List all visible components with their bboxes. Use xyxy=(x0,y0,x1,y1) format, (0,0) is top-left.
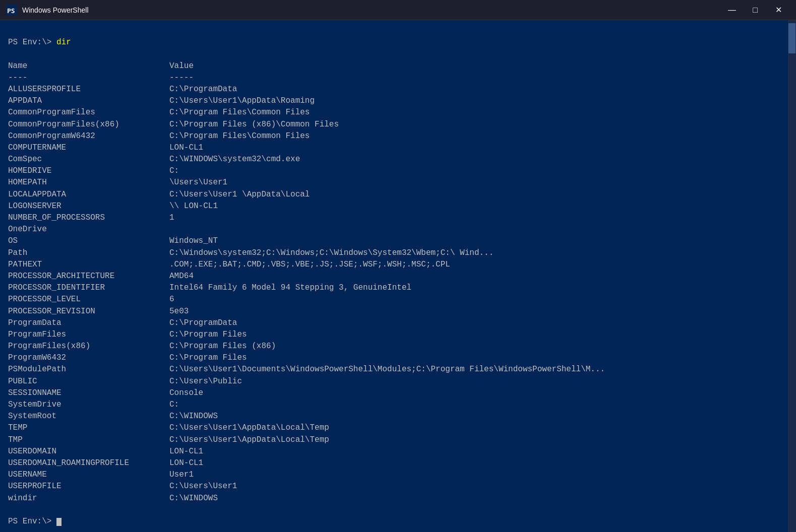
table-row: COMPUTERNAMELON-CL1 xyxy=(8,142,788,154)
window-title: Windows PowerShell xyxy=(22,6,720,14)
env-var-name: CommonProgramFiles(x86) xyxy=(8,119,169,130)
cursor xyxy=(56,518,62,526)
final-prompt-line: PS Env:\> xyxy=(8,516,788,527)
table-row: APPDATAC:\Users\User1\AppData\Roaming xyxy=(8,95,788,107)
maximize-button[interactable]: □ xyxy=(744,0,767,20)
env-var-value: .COM;.EXE;.BAT;.CMD;.VBS;.VBE;.JS;.JSE;.… xyxy=(169,259,450,271)
env-var-name: ProgramFiles(x86) xyxy=(8,341,169,352)
table-separator: ---- ----- xyxy=(8,72,788,84)
env-var-name: ProgramFiles xyxy=(8,329,169,341)
table-row: USERDOMAINLON-CL1 xyxy=(8,446,788,457)
table-row: ProgramDataC:\ProgramData xyxy=(8,317,788,329)
env-var-name: HOMEPATH xyxy=(8,177,169,188)
table-row: PROCESSOR_IDENTIFIERIntel64 Family 6 Mod… xyxy=(8,282,788,294)
env-var-name: LOGONSERVER xyxy=(8,201,169,212)
ps-prompt-2: PS Env:\> xyxy=(8,517,56,526)
env-var-name: OneDrive xyxy=(8,224,169,235)
table-row: OSWindows_NT xyxy=(8,235,788,247)
env-var-value: C:\WINDOWS\system32\cmd.exe xyxy=(169,154,300,165)
env-var-name: SESSIONNAME xyxy=(8,387,169,399)
col-value-header: Value xyxy=(169,60,194,72)
table-row: USERNAMEUser1 xyxy=(8,469,788,481)
table-row: PROCESSOR_LEVEL6 xyxy=(8,294,788,305)
env-var-value: C:\ProgramData xyxy=(169,84,237,95)
table-row: SESSIONNAMEConsole xyxy=(8,387,788,399)
env-var-name: PATHEXT xyxy=(8,259,169,271)
table-row: PROCESSOR_REVISION5e03 xyxy=(8,306,788,317)
env-var-name: HOMEDRIVE xyxy=(8,165,169,177)
table-rows: ALLUSERSPROFILEC:\ProgramDataAPPDATAC:\U… xyxy=(8,84,788,504)
scrollbar-thumb[interactable] xyxy=(788,23,795,53)
table-row: PUBLICC:\Users\Public xyxy=(8,376,788,387)
table-row: PROCESSOR_ARCHITECTUREAMD64 xyxy=(8,271,788,282)
env-var-value: LON-CL1 xyxy=(169,457,203,469)
env-var-value: C:\Users\User1\AppData\Roaming xyxy=(169,95,315,107)
terminal-body[interactable]: PS Env:\> dir Name Value ---- ----- ALLU… xyxy=(0,20,796,532)
minimize-button[interactable]: — xyxy=(720,0,744,20)
ps-prompt-1: PS Env:\> xyxy=(8,38,56,47)
env-var-value: \\ LON-CL1 xyxy=(169,201,218,212)
env-var-name: SystemDrive xyxy=(8,399,169,411)
env-var-name: PROCESSOR_ARCHITECTURE xyxy=(8,271,169,282)
col-value-sep: ----- xyxy=(169,72,194,84)
env-var-name: PROCESSOR_IDENTIFIER xyxy=(8,282,169,294)
env-var-name: APPDATA xyxy=(8,95,169,107)
env-var-value: Intel64 Family 6 Model 94 Stepping 3, Ge… xyxy=(169,282,411,294)
table-row: SystemRootC:\WINDOWS xyxy=(8,411,788,422)
env-var-value: 1 xyxy=(169,212,174,224)
app-icon: PS xyxy=(6,5,17,16)
table-row: OneDrive xyxy=(8,224,788,235)
window-controls: — □ ✕ xyxy=(720,0,790,20)
env-var-value: LON-CL1 xyxy=(169,142,203,154)
env-var-name: USERNAME xyxy=(8,469,169,481)
env-var-name: ComSpec xyxy=(8,154,169,165)
svg-text:PS: PS xyxy=(7,7,15,15)
env-var-value: C:\Users\User1\AppData\Local\Temp xyxy=(169,422,329,434)
env-var-value: 5e03 xyxy=(169,306,189,317)
close-button[interactable]: ✕ xyxy=(767,0,790,20)
table-row: CommonProgramW6432C:\Program Files\Commo… xyxy=(8,130,788,142)
env-var-name: COMPUTERNAME xyxy=(8,142,169,154)
env-var-name: NUMBER_OF_PROCESSORS xyxy=(8,212,169,224)
env-var-value: C: xyxy=(169,399,179,411)
command-text: dir xyxy=(56,38,71,47)
env-var-value: C:\Program Files xyxy=(169,329,247,341)
env-var-name: PROCESSOR_REVISION xyxy=(8,306,169,317)
scrollbar[interactable] xyxy=(788,20,796,532)
env-var-value: C:\Program Files (x86) xyxy=(169,341,276,352)
col-name-sep: ---- xyxy=(8,72,169,84)
table-row: HOMEPATH\Users\User1 xyxy=(8,177,788,188)
table-row: LOGONSERVER\\ LON-CL1 xyxy=(8,201,788,212)
table-row: PSModulePathC:\Users\User1\Documents\Win… xyxy=(8,364,788,375)
table-row: ALLUSERSPROFILEC:\ProgramData xyxy=(8,84,788,95)
env-var-name: USERDOMAIN xyxy=(8,446,169,457)
table-header: Name Value xyxy=(8,60,788,72)
table-row: ProgramW6432C:\Program Files xyxy=(8,352,788,364)
table-row: HOMEDRIVEC: xyxy=(8,165,788,177)
col-name-header: Name xyxy=(8,60,169,72)
env-var-name: PROCESSOR_LEVEL xyxy=(8,294,169,305)
env-var-value: C:\Users\User1\Documents\WindowsPowerShe… xyxy=(169,364,605,375)
env-var-value: LON-CL1 xyxy=(169,446,203,457)
env-var-value: C:\WINDOWS xyxy=(169,411,218,422)
env-var-name: windir xyxy=(8,493,169,504)
table-row: CommonProgramFilesC:\Program Files\Commo… xyxy=(8,107,788,118)
env-var-name: OS xyxy=(8,235,169,247)
env-var-value: C:\Users\User1\AppData\Local\Temp xyxy=(169,434,329,446)
table-row: USERPROFILEC:\Users\User1 xyxy=(8,481,788,492)
table-row: PATHEXT.COM;.EXE;.BAT;.CMD;.VBS;.VBE;.JS… xyxy=(8,259,788,271)
env-var-name: CommonProgramFiles xyxy=(8,107,169,118)
command-line: PS Env:\> dir xyxy=(8,37,788,48)
env-var-value: C:\Program Files xyxy=(169,352,247,364)
env-var-value: C:\Program Files (x86)\Common Files xyxy=(169,119,339,130)
env-var-name: CommonProgramW6432 xyxy=(8,130,169,142)
env-var-value: C:\Users\Public xyxy=(169,376,242,387)
env-var-name: TMP xyxy=(8,434,169,446)
titlebar: PS Windows PowerShell — □ ✕ xyxy=(0,0,796,20)
env-var-value: C:\WINDOWS xyxy=(169,493,218,504)
env-var-value: Windows_NT xyxy=(169,235,218,247)
table-row: TMPC:\Users\User1\AppData\Local\Temp xyxy=(8,434,788,446)
table-row: windirC:\WINDOWS xyxy=(8,493,788,504)
table-row: SystemDriveC: xyxy=(8,399,788,411)
env-var-name: ProgramData xyxy=(8,317,169,329)
